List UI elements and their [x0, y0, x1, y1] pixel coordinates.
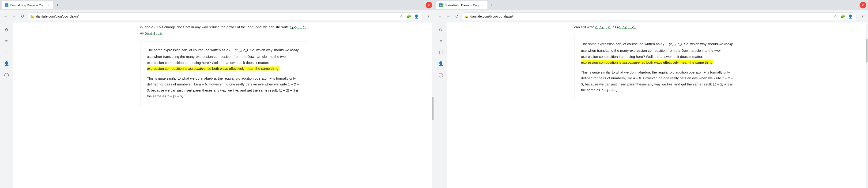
sidebar-item-other-1[interactable]: ◯: [2, 70, 11, 80]
lock-icon-2: 🔒: [464, 14, 468, 18]
new-tab-button-2[interactable]: +: [488, 2, 495, 8]
page-content-1[interactable]: e1 and e2. This change does not in any w…: [13, 23, 434, 188]
browser-window-2: G Formalizing Dawn in Coq × + × ← → ↺ 🔒 …: [434, 0, 868, 188]
sidebar-item-tabs-1[interactable]: ☐: [2, 48, 11, 57]
tab-favicon-2: G: [439, 3, 443, 7]
tab-2[interactable]: G Formalizing Dawn in Coq ×: [436, 1, 488, 9]
tab-title-1: Formalizing Dawn in Coq: [10, 3, 44, 7]
lock-icon-1: 🔒: [30, 14, 34, 18]
title-bar-1: G Formalizing Dawn in Coq × + ×: [0, 0, 434, 10]
address-bar-2: ← → ↺ 🔒 danilafe.com/blog/coq_dawn/ ☆ 🧩 …: [434, 10, 868, 23]
sidebar-2: ⚙ ≡ ☐ 👤 ◯: [434, 23, 447, 188]
tab-favicon-1: G: [5, 3, 8, 7]
highlighted-text-2: expression composition is associative, s…: [581, 61, 713, 64]
menu-button-1[interactable]: ⋮: [425, 13, 432, 20]
browser-actions-2: ⋮: [859, 13, 866, 20]
forward-button-2[interactable]: →: [444, 13, 452, 20]
content-box-2: The same expression can, of course, be w…: [574, 35, 741, 99]
math-paren2-1: 1 + (2 + 3): [167, 94, 183, 98]
url-actions-2: ☆ 🧩 👤: [832, 13, 854, 20]
inline-math-e1e2en-1: e1 e2 ... en: [290, 25, 306, 29]
math-expr-1: e1 ... (en−1 en): [226, 48, 248, 52]
profile-button-2[interactable]: 👤: [847, 13, 854, 20]
page-inner-2: can still write e1 e2 ... en as (e1 e2) …: [568, 23, 747, 99]
tab-close-2[interactable]: ×: [480, 3, 485, 7]
inline-math-e1e2-paren-2: (e1 e2) ... en: [617, 25, 636, 29]
extensions-button-1[interactable]: 🧩: [406, 13, 412, 20]
math-plus-2: +: [704, 70, 706, 74]
menu-button-2[interactable]: ⋮: [859, 13, 866, 20]
sidebar-item-settings-1[interactable]: ⚙: [2, 25, 11, 35]
page-content-2[interactable]: can still write e1 e2 ... en as (e1 e2) …: [447, 23, 868, 188]
content-box-1: The same expression can, of course, be w…: [140, 41, 307, 105]
svg-text:G: G: [6, 4, 7, 6]
scrollbar-thumb-2[interactable]: [866, 39, 868, 63]
math-paren1-1: (1 + 2) + 3: [279, 88, 295, 92]
sidebar-item-menu-2[interactable]: ≡: [436, 37, 445, 46]
math-expr-2: e1 ... (en−1 en): [660, 42, 682, 46]
scrollbar-track-1[interactable]: [432, 23, 434, 188]
new-tab-button-1[interactable]: +: [54, 2, 61, 8]
window-controls-1: ×: [426, 2, 432, 8]
paragraph-1-2: The same expression can, of course, be w…: [581, 41, 734, 66]
browser-window-1: G Formalizing Dawn in Coq × + × ← → ↺ 🔒 …: [0, 0, 434, 188]
tab-1[interactable]: G Formalizing Dawn in Coq ×: [2, 1, 53, 9]
sidebar-item-settings-2[interactable]: ⚙: [436, 25, 445, 35]
url-actions-1: ☆ 🧩 👤: [398, 13, 420, 20]
math-plus-1: +: [270, 76, 272, 80]
back-button-1[interactable]: ←: [2, 13, 9, 20]
math-aplusb-1: a + b: [199, 82, 207, 86]
paragraph-2-2: This is quite similar to what we do in a…: [581, 69, 734, 93]
italic-really-2: really: [724, 42, 733, 46]
sidebar-item-profile-2[interactable]: 👤: [436, 59, 445, 68]
title-bar-2: G Formalizing Dawn in Coq × + ×: [434, 0, 868, 10]
content-area-1: ⚙ ≡ ☐ 👤 ◯ e1 and e2. This change does no…: [0, 23, 434, 188]
window-controls-2: ×: [860, 2, 866, 8]
content-area-2: ⚙ ≡ ☐ 👤 ◯ can still write e1 e2 ... en a…: [434, 23, 868, 188]
math-1plus2plus3-1: 1 + 2 + 3: [147, 82, 299, 92]
reload-button-2[interactable]: ↺: [453, 13, 461, 20]
math-1plus2plus3-2: 1 + 2 + 3: [581, 76, 733, 86]
url-bar-1[interactable]: 🔒 danilafe.com/blog/coq_dawn/ ☆ 🧩 👤: [27, 12, 423, 21]
browser-actions-1: ⋮: [425, 13, 432, 20]
highlighted-text-1: expression composition is associative, s…: [147, 67, 279, 71]
math-paren2-2: 1 + (2 + 3): [601, 88, 617, 92]
sidebar-item-menu-1[interactable]: ≡: [2, 37, 11, 46]
svg-text:G: G: [440, 4, 441, 6]
star-button-2[interactable]: ☆: [832, 13, 839, 20]
tab-title-2: Formalizing Dawn in Coq: [444, 3, 478, 7]
paragraph-2-1: This is quite similar to what we do in a…: [147, 75, 300, 99]
page-inner-1: e1 and e2. This change does not in any w…: [134, 23, 313, 105]
url-text-2: danilafe.com/blog/coq_dawn/: [470, 14, 830, 18]
tab-close-1[interactable]: ×: [46, 3, 51, 7]
inline-math-e1e2en-2: e1 e2 ... en: [595, 25, 612, 29]
inline-math-e1e2-paren-1: (e1 e2) ... en: [145, 31, 163, 35]
sidebar-item-other-2[interactable]: ◯: [436, 70, 445, 80]
window-close-btn-2[interactable]: ×: [860, 2, 866, 8]
top-text-1: e1 and e2. This change does not in any w…: [140, 23, 307, 38]
url-bar-2[interactable]: 🔒 danilafe.com/blog/coq_dawn/ ☆ 🧩 👤: [461, 12, 857, 21]
math-paren1-2: (1 + 2) + 3: [713, 82, 729, 86]
sidebar-1: ⚙ ≡ ☐ 👤 ◯: [0, 23, 13, 188]
italic-associative-1: associative: [188, 67, 206, 71]
url-text-1: danilafe.com/blog/coq_dawn/: [36, 14, 396, 18]
top-text-2: can still write e1 e2 ... en as (e1 e2) …: [574, 23, 741, 32]
star-button-1[interactable]: ☆: [398, 13, 405, 20]
italic-really-1: really: [290, 48, 299, 52]
back-button-2[interactable]: ←: [436, 13, 444, 20]
sidebar-item-tabs-2[interactable]: ☐: [436, 48, 445, 57]
window-close-btn-1[interactable]: ×: [426, 2, 432, 8]
scrollbar-track-2[interactable]: [866, 23, 868, 188]
sidebar-item-profile-1[interactable]: 👤: [2, 59, 11, 68]
profile-button-1[interactable]: 👤: [413, 13, 420, 20]
address-bar-1: ← → ↺ 🔒 danilafe.com/blog/coq_dawn/ ☆ 🧩 …: [0, 10, 434, 23]
extensions-button-2[interactable]: 🧩: [840, 13, 846, 20]
reload-button-1[interactable]: ↺: [19, 13, 26, 20]
math-aplusb-2: a + b: [633, 76, 641, 80]
forward-button-1[interactable]: →: [10, 13, 18, 20]
paragraph-1-1: The same expression can, of course, be w…: [147, 47, 300, 72]
italic-associative-2: associative: [622, 61, 640, 64]
scrollbar-thumb-1[interactable]: [432, 97, 434, 120]
